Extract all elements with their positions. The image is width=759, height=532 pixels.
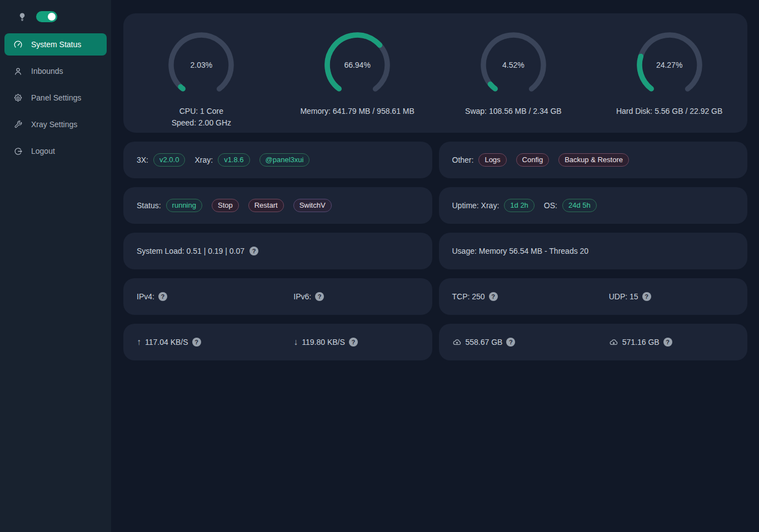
sent-traffic-half: 558.67 GB ? [439,338,591,347]
backup-restore-button[interactable]: Backup & Restore [558,153,629,167]
question-circle-icon[interactable]: ? [489,292,498,301]
cpu-gauge-dial: 2.03% [168,32,234,98]
status-card: Status: running Stop Restart SwitchV [123,187,432,224]
config-button[interactable]: Config [516,153,550,167]
sidebar-item-logout[interactable]: Logout [4,140,107,162]
dark-mode-toggle[interactable] [36,11,57,22]
cpu-label-line2: Speed: 2.00 GHz [172,117,231,129]
system-gauges-card: 2.03% CPU: 1 Core Speed: 2.00 GHz 66.94%… [123,13,747,133]
download-speed-half: ↓ 119.80 KB/S ? [280,337,432,347]
os-uptime-badge: 24d 5h [562,199,597,212]
question-circle-icon[interactable]: ? [249,247,258,255]
sidebar-item-xray-settings[interactable]: Xray Settings [4,113,107,135]
swap-percent: 4.52% [480,32,547,98]
cloud-download-icon [609,338,618,347]
main-content: 2.03% CPU: 1 Core Speed: 2.00 GHz 66.94%… [111,0,759,532]
sidebar-item-inbounds[interactable]: Inbounds [4,60,107,82]
lightbulb-icon [17,12,27,22]
download-speed-text: 119.80 KB/S [302,338,345,347]
logout-icon [13,147,23,156]
disk-gauge-dial: 24.27% [636,32,703,98]
version-card: 3X: v2.0.0 Xray: v1.8.6 @panel3xui [123,142,432,178]
sidebar-item-label: Panel Settings [31,93,81,102]
toggle-knob [48,13,56,21]
ipv4-label: IPv4: [137,292,154,301]
system-load-card: System Load: 0.51 | 0.19 | 0.07 ? [123,233,432,269]
other-label: Other: [452,155,474,164]
question-circle-icon[interactable]: ? [158,292,167,301]
status-label: Status: [137,201,161,210]
telegram-badge[interactable]: @panel3xui [259,153,310,167]
ipv4-half: IPv4: ? [123,292,275,301]
swap-gauge: 4.52% Swap: 108.56 MB / 2.34 GB [436,13,592,133]
ipv6-half: IPv6: ? [280,292,432,301]
swap-label: Swap: 108.56 MB / 2.34 GB [465,106,562,117]
question-circle-icon[interactable]: ? [663,338,672,347]
question-circle-icon[interactable]: ? [315,292,324,301]
arrow-down-icon: ↓ [293,337,298,347]
system-load-text: System Load: 0.51 | 0.19 | 0.07 [137,247,244,255]
restart-button[interactable]: Restart [248,199,284,212]
upload-speed-half: ↑ 117.04 KB/S ? [123,337,275,347]
sidebar-menu: System Status Inbounds Panel Settings [0,33,111,162]
connections-card: TCP: 250 ? UDP: 15 ? [439,278,748,315]
disk-gauge: 24.27% Hard Disk: 5.56 GB / 22.92 GB [591,13,747,133]
sidebar-item-label: Xray Settings [31,120,77,129]
stop-button[interactable]: Stop [212,199,239,212]
dashboard-icon [13,40,23,49]
sent-traffic-text: 558.67 GB [466,338,503,347]
sidebar-item-label: Logout [31,147,55,155]
info-cards-grid: 3X: v2.0.0 Xray: v1.8.6 @panel3xui Other… [123,142,747,360]
ip-card: IPv4: ? IPv6: ? [123,278,432,315]
memory-label: Memory: 641.79 MB / 958.61 MB [300,106,414,117]
tcp-count-text: TCP: 250 [452,292,485,301]
disk-percent: 24.27% [636,32,703,98]
cpu-gauge: 2.03% CPU: 1 Core Speed: 2.00 GHz [123,13,279,133]
user-icon [13,67,23,76]
ipv6-label: IPv6: [293,292,311,301]
memory-gauge: 66.94% Memory: 641.79 MB / 958.61 MB [279,13,436,133]
xray-uptime-badge: 1d 2h [504,199,535,212]
total-traffic-card: 558.67 GB ? 571.16 GB ? [439,324,748,360]
question-circle-icon[interactable]: ? [349,338,358,347]
disk-label: Hard Disk: 5.56 GB / 22.92 GB [616,106,722,117]
usage-card: Usage: Memory 56.54 MB - Threads 20 [439,233,748,269]
usage-text: Usage: Memory 56.54 MB - Threads 20 [452,247,589,255]
swap-gauge-dial: 4.52% [480,32,547,98]
received-traffic-half: 571.16 GB ? [596,338,747,347]
memory-gauge-dial: 66.94% [324,32,391,98]
sidebar: System Status Inbounds Panel Settings [0,0,111,532]
3x-label: 3X: [137,155,148,164]
question-circle-icon[interactable]: ? [642,292,651,301]
cloud-upload-icon [452,338,462,347]
status-running-badge: running [166,199,202,212]
gear-icon [13,93,23,103]
memory-percent: 66.94% [324,32,391,98]
sidebar-item-label: System Status [31,40,81,49]
udp-half: UDP: 15 ? [596,292,747,301]
xray-version-badge[interactable]: v1.8.6 [218,153,249,167]
uptime-card: Uptime: Xray: 1d 2h OS: 24d 5h [439,187,748,224]
cpu-percent: 2.03% [168,32,234,98]
sidebar-item-panel-settings[interactable]: Panel Settings [4,87,107,109]
uptime-xray-label: Uptime: Xray: [452,201,500,210]
upload-speed-text: 117.04 KB/S [145,338,188,347]
theme-toggle-row [0,8,111,26]
network-speed-card: ↑ 117.04 KB/S ? ↓ 119.80 KB/S ? [123,324,432,360]
udp-count-text: UDP: 15 [609,292,638,301]
sidebar-item-label: Inbounds [31,67,63,76]
3x-version-badge[interactable]: v2.0.0 [153,153,185,167]
wrench-icon [13,120,23,129]
question-circle-icon[interactable]: ? [506,338,515,347]
other-card: Other: Logs Config Backup & Restore [439,142,748,178]
cpu-label-line1: CPU: 1 Core [179,106,223,117]
received-traffic-text: 571.16 GB [622,338,660,347]
xray-label: Xray: [194,155,213,164]
arrow-up-icon: ↑ [137,337,141,347]
logs-button[interactable]: Logs [478,153,506,167]
sidebar-item-system-status[interactable]: System Status [4,33,107,56]
question-circle-icon[interactable]: ? [192,338,201,347]
switch-version-button[interactable]: SwitchV [293,199,332,212]
os-label: OS: [544,201,557,210]
tcp-half: TCP: 250 ? [439,292,591,301]
